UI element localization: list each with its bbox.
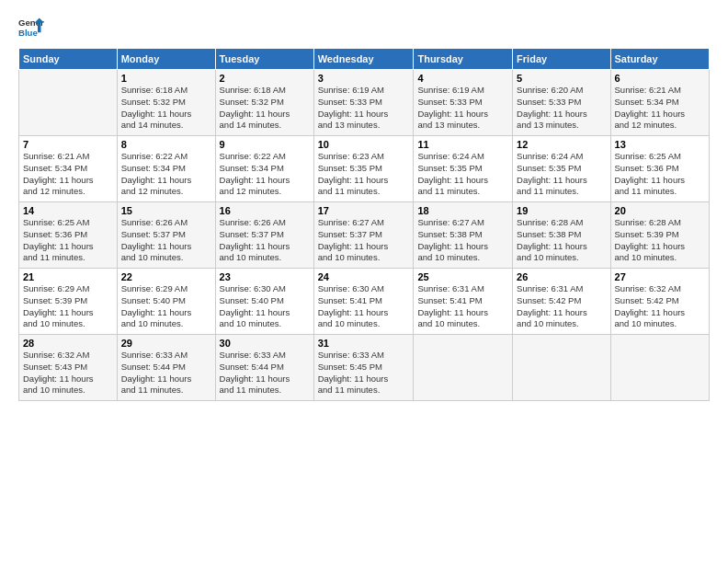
calendar-cell: 13Sunrise: 6:25 AM Sunset: 5:36 PM Dayli… xyxy=(610,136,709,202)
day-info: Sunrise: 6:21 AM Sunset: 5:34 PM Dayligh… xyxy=(615,85,705,132)
calendar-week-1: 1Sunrise: 6:18 AM Sunset: 5:32 PM Daylig… xyxy=(19,70,710,136)
calendar-cell: 17Sunrise: 6:27 AM Sunset: 5:37 PM Dayli… xyxy=(313,202,414,269)
calendar-header-monday: Monday xyxy=(117,49,215,70)
calendar-cell: 22Sunrise: 6:29 AM Sunset: 5:40 PM Dayli… xyxy=(117,269,215,335)
day-info: Sunrise: 6:33 AM Sunset: 5:44 PM Dayligh… xyxy=(220,350,310,396)
day-info: Sunrise: 6:30 AM Sunset: 5:41 PM Dayligh… xyxy=(318,283,410,330)
calendar-cell: 9Sunrise: 6:22 AM Sunset: 5:34 PM Daylig… xyxy=(215,136,313,202)
day-info: Sunrise: 6:26 AM Sunset: 5:37 PM Dayligh… xyxy=(121,217,211,264)
day-info: Sunrise: 6:19 AM Sunset: 5:33 PM Dayligh… xyxy=(318,85,410,132)
day-number: 21 xyxy=(23,271,113,282)
calendar-week-3: 14Sunrise: 6:25 AM Sunset: 5:36 PM Dayli… xyxy=(19,202,710,269)
calendar-cell: 16Sunrise: 6:26 AM Sunset: 5:37 PM Dayli… xyxy=(215,202,313,269)
day-number: 9 xyxy=(220,139,310,150)
day-number: 19 xyxy=(517,205,606,216)
calendar-cell: 23Sunrise: 6:30 AM Sunset: 5:40 PM Dayli… xyxy=(215,269,313,335)
day-number: 14 xyxy=(23,205,113,216)
calendar-cell: 6Sunrise: 6:21 AM Sunset: 5:34 PM Daylig… xyxy=(610,70,709,136)
svg-text:Blue: Blue xyxy=(18,28,38,38)
day-info: Sunrise: 6:18 AM Sunset: 5:32 PM Dayligh… xyxy=(220,85,310,132)
day-info: Sunrise: 6:30 AM Sunset: 5:40 PM Dayligh… xyxy=(220,283,310,330)
calendar-cell: 5Sunrise: 6:20 AM Sunset: 5:33 PM Daylig… xyxy=(513,70,610,136)
calendar-cell xyxy=(610,335,709,401)
calendar-cell: 18Sunrise: 6:27 AM Sunset: 5:38 PM Dayli… xyxy=(414,202,513,269)
logo-icon: General Blue xyxy=(18,15,44,40)
day-number: 11 xyxy=(417,139,508,150)
day-info: Sunrise: 6:31 AM Sunset: 5:42 PM Dayligh… xyxy=(517,283,606,330)
day-number: 27 xyxy=(615,271,705,282)
day-number: 30 xyxy=(220,338,310,349)
calendar-cell: 4Sunrise: 6:19 AM Sunset: 5:33 PM Daylig… xyxy=(414,70,513,136)
calendar-header-thursday: Thursday xyxy=(414,49,513,70)
calendar-cell: 15Sunrise: 6:26 AM Sunset: 5:37 PM Dayli… xyxy=(117,202,215,269)
calendar-header-sunday: Sunday xyxy=(19,49,118,70)
calendar-cell: 1Sunrise: 6:18 AM Sunset: 5:32 PM Daylig… xyxy=(117,70,215,136)
day-info: Sunrise: 6:22 AM Sunset: 5:34 PM Dayligh… xyxy=(220,151,310,198)
calendar-cell: 8Sunrise: 6:22 AM Sunset: 5:34 PM Daylig… xyxy=(117,136,215,202)
day-info: Sunrise: 6:24 AM Sunset: 5:35 PM Dayligh… xyxy=(517,151,606,198)
calendar-week-2: 7Sunrise: 6:21 AM Sunset: 5:34 PM Daylig… xyxy=(19,136,710,202)
day-info: Sunrise: 6:24 AM Sunset: 5:35 PM Dayligh… xyxy=(417,151,508,198)
calendar-header-tuesday: Tuesday xyxy=(215,49,313,70)
day-number: 28 xyxy=(23,338,113,349)
calendar-cell: 25Sunrise: 6:31 AM Sunset: 5:41 PM Dayli… xyxy=(414,269,513,335)
calendar-header-saturday: Saturday xyxy=(610,49,709,70)
calendar-cell: 14Sunrise: 6:25 AM Sunset: 5:36 PM Dayli… xyxy=(19,202,118,269)
calendar-cell: 10Sunrise: 6:23 AM Sunset: 5:35 PM Dayli… xyxy=(313,136,414,202)
day-info: Sunrise: 6:21 AM Sunset: 5:34 PM Dayligh… xyxy=(23,151,113,198)
calendar-week-5: 28Sunrise: 6:32 AM Sunset: 5:43 PM Dayli… xyxy=(19,335,710,401)
calendar-cell: 27Sunrise: 6:32 AM Sunset: 5:42 PM Dayli… xyxy=(610,269,709,335)
day-number: 24 xyxy=(318,271,410,282)
day-info: Sunrise: 6:20 AM Sunset: 5:33 PM Dayligh… xyxy=(517,85,606,132)
calendar-cell: 29Sunrise: 6:33 AM Sunset: 5:44 PM Dayli… xyxy=(117,335,215,401)
day-info: Sunrise: 6:18 AM Sunset: 5:32 PM Dayligh… xyxy=(121,85,211,132)
calendar-cell: 11Sunrise: 6:24 AM Sunset: 5:35 PM Dayli… xyxy=(414,136,513,202)
day-number: 18 xyxy=(417,205,508,216)
day-info: Sunrise: 6:32 AM Sunset: 5:43 PM Dayligh… xyxy=(23,350,113,396)
day-number: 4 xyxy=(417,73,508,84)
day-info: Sunrise: 6:19 AM Sunset: 5:33 PM Dayligh… xyxy=(417,85,508,132)
calendar-page: General Blue SundayMondayTuesdayWednesda… xyxy=(0,0,728,563)
day-info: Sunrise: 6:25 AM Sunset: 5:36 PM Dayligh… xyxy=(23,217,113,264)
calendar-cell: 26Sunrise: 6:31 AM Sunset: 5:42 PM Dayli… xyxy=(513,269,610,335)
day-number: 17 xyxy=(318,205,410,216)
calendar-cell: 31Sunrise: 6:33 AM Sunset: 5:45 PM Dayli… xyxy=(313,335,414,401)
day-number: 1 xyxy=(121,73,211,84)
day-number: 29 xyxy=(121,338,211,349)
day-info: Sunrise: 6:27 AM Sunset: 5:37 PM Dayligh… xyxy=(318,217,410,264)
day-info: Sunrise: 6:28 AM Sunset: 5:38 PM Dayligh… xyxy=(517,217,606,264)
calendar-cell: 28Sunrise: 6:32 AM Sunset: 5:43 PM Dayli… xyxy=(19,335,118,401)
day-number: 23 xyxy=(220,271,310,282)
calendar-cell: 7Sunrise: 6:21 AM Sunset: 5:34 PM Daylig… xyxy=(19,136,118,202)
day-info: Sunrise: 6:27 AM Sunset: 5:38 PM Dayligh… xyxy=(417,217,508,264)
calendar-cell: 24Sunrise: 6:30 AM Sunset: 5:41 PM Dayli… xyxy=(313,269,414,335)
day-number: 15 xyxy=(121,205,211,216)
day-number: 2 xyxy=(220,73,310,84)
day-number: 22 xyxy=(121,271,211,282)
day-info: Sunrise: 6:26 AM Sunset: 5:37 PM Dayligh… xyxy=(220,217,310,264)
calendar-cell xyxy=(19,70,118,136)
day-info: Sunrise: 6:22 AM Sunset: 5:34 PM Dayligh… xyxy=(121,151,211,198)
day-number: 13 xyxy=(615,139,705,150)
day-number: 25 xyxy=(417,271,508,282)
day-info: Sunrise: 6:25 AM Sunset: 5:36 PM Dayligh… xyxy=(615,151,705,198)
logo: General Blue xyxy=(18,15,48,40)
calendar-cell: 30Sunrise: 6:33 AM Sunset: 5:44 PM Dayli… xyxy=(215,335,313,401)
day-number: 31 xyxy=(318,338,410,349)
day-number: 10 xyxy=(318,139,410,150)
day-number: 26 xyxy=(517,271,606,282)
day-number: 8 xyxy=(121,139,211,150)
day-info: Sunrise: 6:23 AM Sunset: 5:35 PM Dayligh… xyxy=(318,151,410,198)
calendar-cell: 19Sunrise: 6:28 AM Sunset: 5:38 PM Dayli… xyxy=(513,202,610,269)
calendar-cell: 12Sunrise: 6:24 AM Sunset: 5:35 PM Dayli… xyxy=(513,136,610,202)
calendar-cell: 21Sunrise: 6:29 AM Sunset: 5:39 PM Dayli… xyxy=(19,269,118,335)
day-info: Sunrise: 6:29 AM Sunset: 5:40 PM Dayligh… xyxy=(121,283,211,330)
day-info: Sunrise: 6:28 AM Sunset: 5:39 PM Dayligh… xyxy=(615,217,705,264)
day-number: 16 xyxy=(220,205,310,216)
day-info: Sunrise: 6:29 AM Sunset: 5:39 PM Dayligh… xyxy=(23,283,113,330)
day-number: 5 xyxy=(517,73,606,84)
calendar-week-4: 21Sunrise: 6:29 AM Sunset: 5:39 PM Dayli… xyxy=(19,269,710,335)
day-info: Sunrise: 6:33 AM Sunset: 5:45 PM Dayligh… xyxy=(318,350,410,396)
calendar-cell: 2Sunrise: 6:18 AM Sunset: 5:32 PM Daylig… xyxy=(215,70,313,136)
calendar-header-wednesday: Wednesday xyxy=(313,49,414,70)
